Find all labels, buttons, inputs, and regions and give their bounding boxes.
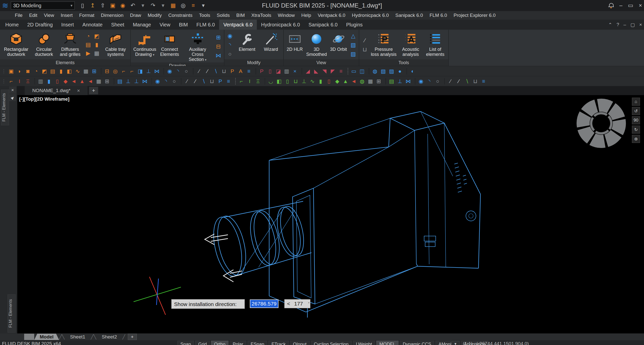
rotate-90-button[interactable]: 90 <box>632 116 640 124</box>
sheet-tab-model[interactable]: Model <box>34 334 59 340</box>
status-toggle[interactable]: MODEL <box>376 341 398 345</box>
sheet-icon[interactable]: ▯ <box>266 67 274 75</box>
pipe-tool-icon[interactable]: ⊔ <box>220 67 228 75</box>
preview-icon[interactable]: ◎ <box>179 2 187 9</box>
menu-item[interactable]: Dimension <box>98 11 127 20</box>
document-tab[interactable]: NONAME_1.dwg* × <box>25 86 88 95</box>
branch-fitting-icon[interactable]: ⋈ <box>214 52 222 60</box>
elbow-icon[interactable]: ◔ <box>32 67 40 75</box>
connect-fitting-icon[interactable]: ⊟ <box>103 67 111 75</box>
delete-icon[interactable]: × <box>291 67 299 75</box>
drawing-viewport[interactable]: [-][Top][2D Wireframe] <box>17 95 644 333</box>
export-2-icon[interactable]: ⊞ <box>375 78 382 85</box>
damper-icon[interactable]: ▤ <box>84 41 92 49</box>
wand-2-icon[interactable]: ∕ <box>455 78 462 85</box>
plug-b-icon[interactable]: ◄ <box>87 78 94 85</box>
add-sheet-button[interactable]: + <box>128 334 137 340</box>
orbit-view-icon[interactable]: ◐ <box>409 67 416 75</box>
menu-item[interactable]: Edit <box>26 11 41 20</box>
ribbon-tab[interactable]: BIM <box>175 20 192 30</box>
ribbon-tab[interactable]: Manage <box>129 20 155 30</box>
end-cap-icon[interactable]: ▮ <box>57 67 65 75</box>
doc-minimize-icon[interactable]: – <box>623 22 626 27</box>
element-list-icon[interactable]: ≡ <box>245 67 253 75</box>
marker-a-icon[interactable]: ◢ <box>304 67 311 75</box>
wrench-blue-icon[interactable]: ∖ <box>212 67 219 75</box>
end-cap-icon[interactable]: ▮ <box>93 41 101 49</box>
panel-icon[interactable]: ◧ <box>66 67 73 75</box>
info-box-2-icon[interactable]: ▦ <box>367 78 374 85</box>
menu-item[interactable]: Tools <box>196 11 213 20</box>
fan-icon[interactable]: ◉ <box>166 67 173 75</box>
cross-b-icon[interactable]: ⊥ <box>133 78 140 85</box>
acoustic-analysis-button[interactable]: ··· A Acoustic analysis <box>398 31 423 59</box>
pipes-icon[interactable]: ⊔ <box>208 78 216 85</box>
workspace-dropdown[interactable]: 3D Modeling ▾ <box>11 2 75 10</box>
help-icon[interactable]: ? <box>617 22 619 27</box>
menu-item[interactable]: Help <box>298 11 314 20</box>
orbit-cw-icon[interactable]: ↻ <box>632 126 640 134</box>
pipe-E-icon[interactable]: Ξ <box>24 78 31 85</box>
plot-icon[interactable]: ◉ <box>118 2 127 9</box>
save-icon[interactable]: ▣ <box>108 2 117 9</box>
viewport-control-label[interactable]: [-][Top][2D Wireframe] <box>19 96 69 102</box>
status-toggle[interactable]: LWeight <box>353 341 375 345</box>
status-toggle[interactable]: Ortho <box>211 341 228 345</box>
close-icon[interactable]: × <box>639 0 642 11</box>
boiler-icon[interactable]: ▮ <box>45 78 53 85</box>
settings-gear-icon[interactable]: ⊛ <box>632 135 640 143</box>
expansion-tank-icon[interactable]: ▯ <box>54 78 61 85</box>
radiator-icon[interactable]: ▤ <box>116 78 124 85</box>
element-info-icon[interactable]: ▦ <box>82 67 90 75</box>
wrench-2-icon[interactable]: ∖ <box>200 78 207 85</box>
radiator-green-icon[interactable]: ▤ <box>388 78 395 85</box>
wire-cube-icon[interactable]: ▧ <box>349 41 357 49</box>
fan-2-icon[interactable]: ◉ <box>417 78 425 85</box>
menu-item[interactable]: Hydronicpack 6.0 <box>349 11 392 20</box>
duct-connector-icon[interactable]: ◩ <box>93 32 101 40</box>
modify-element-button[interactable]: Element <box>234 31 260 59</box>
open-file-icon[interactable]: ↥ <box>88 2 97 9</box>
pipe-E-green-icon[interactable]: Ξ <box>254 78 262 85</box>
status-toggle[interactable]: ETrack <box>268 341 289 345</box>
hose-icon[interactable]: ∿ <box>309 78 316 85</box>
fan-icon[interactable]: ◉ <box>154 78 161 85</box>
3d-orbit-button[interactable]: 3D Orbit <box>328 31 349 59</box>
menu-item[interactable]: BIM <box>233 11 248 20</box>
circle-icon[interactable]: ○ <box>171 78 178 85</box>
arc-elbow-icon[interactable]: ◝ <box>174 67 182 75</box>
menu-item[interactable]: XtraTools <box>248 11 274 20</box>
notifications-bell-icon[interactable] <box>608 2 614 9</box>
navigation-wheel[interactable] <box>575 97 628 150</box>
dynamic-input-angle-field[interactable]: <177° <box>284 299 310 308</box>
elbow-2-icon[interactable]: ◝ <box>426 78 433 85</box>
pipe-T-green-icon[interactable]: Ι <box>246 78 253 85</box>
plug-a-icon[interactable]: ◄ <box>70 78 77 85</box>
section-wizard-icon[interactable]: ⋈ <box>153 67 160 75</box>
export-icon[interactable]: ⊞ <box>103 78 111 85</box>
duct-profile-2-icon[interactable]: ⌐ <box>128 67 136 75</box>
shade-mode-icon[interactable]: △ <box>349 32 357 40</box>
pressure-analysis-icon[interactable]: P <box>229 67 236 75</box>
run-element-icon[interactable]: ▶ <box>84 49 92 57</box>
status-toggle[interactable]: Cycling Selection <box>311 341 352 345</box>
ribbon-tab[interactable]: FLM 6.0 <box>192 20 219 30</box>
wrench-icon[interactable]: ∕ <box>183 78 191 85</box>
home-icon[interactable]: ⌂ <box>632 98 640 106</box>
marker-d-icon[interactable]: ◤ <box>329 67 336 75</box>
menu-item[interactable]: Constraints <box>165 11 196 20</box>
import-file-icon[interactable]: ⇧ <box>98 2 107 9</box>
wand-icon[interactable]: ∕ <box>204 67 211 75</box>
status-toggle[interactable]: Snap <box>177 341 194 345</box>
menu-item[interactable]: Window <box>274 11 298 20</box>
copy-connect-icon[interactable]: ⊞ <box>214 33 222 42</box>
duct-profile-icon[interactable]: ⌐ <box>120 67 127 75</box>
bathtub-icon[interactable]: ⊔ <box>292 78 299 85</box>
undo-icon[interactable]: ↶ <box>129 2 137 9</box>
sheet-tab-sheet1[interactable]: Sheet1 <box>65 334 91 340</box>
redo-caret-icon[interactable]: ▾ <box>159 2 167 9</box>
ribbon-tab[interactable]: Ventpack 6.0 <box>219 20 257 30</box>
elbow-icon[interactable]: ◝ <box>162 78 170 85</box>
wire-cube-icon[interactable]: ▧ <box>380 67 387 75</box>
elbow-modify-icon[interactable]: ◝ <box>226 41 234 49</box>
